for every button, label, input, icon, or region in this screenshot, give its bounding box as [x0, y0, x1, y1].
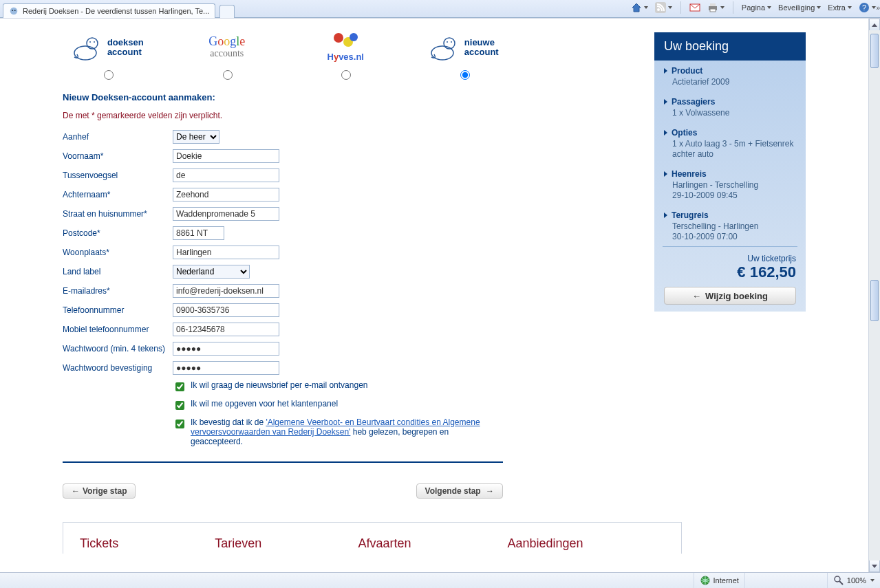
page-menu-label: Pagina	[742, 3, 765, 12]
newsletter-checkbox[interactable]	[175, 382, 184, 391]
account-option-label: doeksenaccount	[107, 38, 144, 57]
help-icon: ?	[859, 2, 870, 13]
caret-icon	[664, 68, 667, 74]
security-zone-label: Internet	[713, 576, 739, 585]
globe-icon	[700, 575, 711, 586]
scroll-thumb[interactable]	[870, 280, 879, 321]
edit-booking-button[interactable]: ← Wijzig boeking	[664, 287, 796, 305]
email-input[interactable]	[173, 284, 279, 298]
new-tab-button[interactable]	[219, 5, 235, 19]
booking-divider	[663, 246, 797, 247]
booking-return-value: Terschelling - Harlingen 30-10-2009 07:0…	[672, 221, 796, 242]
footer-tab-tarieven[interactable]: Tarieven	[215, 536, 261, 551]
footer-tab-aanbiedingen[interactable]: Aanbiedingen	[507, 536, 583, 551]
city-input[interactable]	[173, 246, 279, 259]
main-column: doeksenaccount Googleaccounts	[63, 32, 503, 554]
street-input[interactable]	[173, 207, 279, 221]
svg-point-2	[14, 10, 16, 11]
account-option-doeksen: doeksenaccount	[69, 32, 147, 63]
booking-section-options: Opties 1 x Auto laag 3 - 5m + Fietsenrek…	[654, 122, 806, 160]
price-value: € 162,50	[654, 263, 806, 287]
infix-input[interactable]	[173, 168, 279, 182]
lastname-input[interactable]	[173, 188, 279, 202]
scroll-up-button[interactable]	[869, 19, 880, 30]
label-country: Land label	[63, 267, 173, 276]
phone-input[interactable]	[173, 303, 279, 317]
scroll-down-button[interactable]	[869, 560, 880, 572]
salutation-select[interactable]: De heer	[173, 130, 219, 144]
postcode-input[interactable]	[173, 226, 224, 240]
terms-label: Ik bevestig dat ik de 'Algemene Veerboot…	[191, 417, 489, 446]
caret-icon	[664, 99, 667, 105]
label-mobile: Mobiel telefoonnummer	[63, 325, 173, 334]
label-salutation: Aanhef	[63, 132, 173, 142]
magnifier-icon	[833, 575, 844, 586]
browser-tab[interactable]: Rederij Doeksen - De veerdienst tussen H…	[3, 3, 215, 19]
panel-checkbox[interactable]	[175, 401, 184, 410]
label-password: Wachtwoord (min. 4 tekens)	[63, 344, 173, 353]
toolbar-overflow-icon[interactable]: »	[876, 4, 879, 12]
required-fields-note: De met * gemarkeerde velden zijn verplic…	[63, 111, 503, 120]
previous-step-button[interactable]: Vorige stap	[63, 483, 136, 499]
account-option-label: nieuweaccount	[464, 38, 499, 57]
account-radio-new[interactable]	[460, 70, 470, 80]
security-menu[interactable]: Beveiliging	[778, 3, 821, 12]
firstname-input[interactable]	[173, 149, 279, 163]
booking-outbound-value: Harlingen - Terschelling 29-10-2009 09:4…	[672, 180, 796, 201]
browser-status-bar: Internet 100%	[0, 572, 880, 588]
vertical-scrollbar[interactable]	[868, 19, 880, 572]
svg-text:?: ?	[862, 3, 866, 12]
page-menu[interactable]: Pagina	[742, 3, 771, 12]
svg-point-23	[835, 576, 840, 582]
form-heading: Nieuw Doeksen-account aanmaken:	[63, 92, 503, 102]
mail-icon	[689, 2, 700, 13]
label-lastname: Achternaam*	[63, 190, 173, 199]
print-menu[interactable]	[707, 2, 725, 13]
label-postcode: Postcode*	[63, 228, 173, 238]
booking-section-passengers: Passagiers 1 x Volwassene	[654, 91, 806, 118]
footer-tab-afvaarten[interactable]: Afvaarten	[358, 536, 411, 551]
svg-rect-8	[710, 9, 716, 12]
browser-viewport: doeksenaccount Googleaccounts	[0, 18, 880, 572]
hyves-smileys-icon	[332, 32, 359, 47]
label-street: Straat en huisnummer*	[63, 209, 173, 219]
footer-tab-tickets[interactable]: Tickets	[80, 536, 118, 551]
tab-title: Rederij Doeksen - De veerdienst tussen H…	[23, 7, 209, 15]
security-menu-label: Beveiliging	[778, 3, 815, 12]
booking-section-return: Terugreis Terschelling - Harlingen 30-10…	[654, 205, 806, 242]
hyves-label: Hyves.nl	[328, 52, 364, 62]
mobile-input[interactable]	[173, 323, 279, 336]
rss-icon	[655, 2, 666, 13]
password-input[interactable]	[173, 342, 279, 356]
zoom-control[interactable]: 100%	[827, 573, 880, 588]
country-select[interactable]: Nederland	[173, 265, 250, 279]
caret-icon	[664, 213, 667, 218]
scroll-thumb[interactable]	[870, 34, 879, 68]
protected-mode[interactable]	[744, 573, 827, 588]
security-zone[interactable]: Internet	[694, 573, 744, 588]
svg-point-0	[10, 8, 18, 15]
mail-button[interactable]	[689, 2, 700, 13]
help-menu[interactable]: ?	[859, 2, 876, 13]
footer-tabs-container: Tickets Tarieven Afvaarten Aanbiedingen	[63, 522, 682, 554]
booking-title: Uw boeking	[654, 32, 806, 61]
printer-icon	[707, 2, 718, 13]
account-radio-doeksen[interactable]	[104, 70, 114, 80]
caret-icon	[664, 171, 667, 177]
booking-section-product: Product Actietarief 2009	[654, 61, 806, 87]
browser-tab-strip: Rederij Doeksen - De veerdienst tussen H…	[0, 0, 880, 18]
feeds-menu[interactable]	[655, 2, 672, 13]
account-radio-google[interactable]	[223, 70, 233, 80]
svg-rect-7	[710, 3, 716, 6]
terms-checkbox[interactable]	[175, 420, 184, 428]
account-option-hyves: Hyves.nl	[307, 32, 385, 63]
home-menu[interactable]	[631, 2, 648, 13]
account-radio-hyves[interactable]	[341, 70, 351, 80]
label-phone: Telefoonnummer	[63, 305, 173, 315]
password-confirm-input[interactable]	[173, 361, 279, 375]
svg-point-4	[657, 8, 660, 11]
extra-menu[interactable]: Extra	[828, 3, 852, 12]
next-step-button[interactable]: Volgende stap	[416, 483, 503, 499]
wizard-nav: Vorige stap Volgende stap	[63, 483, 503, 499]
label-password2: Wachtwoord bevestiging	[63, 363, 173, 373]
